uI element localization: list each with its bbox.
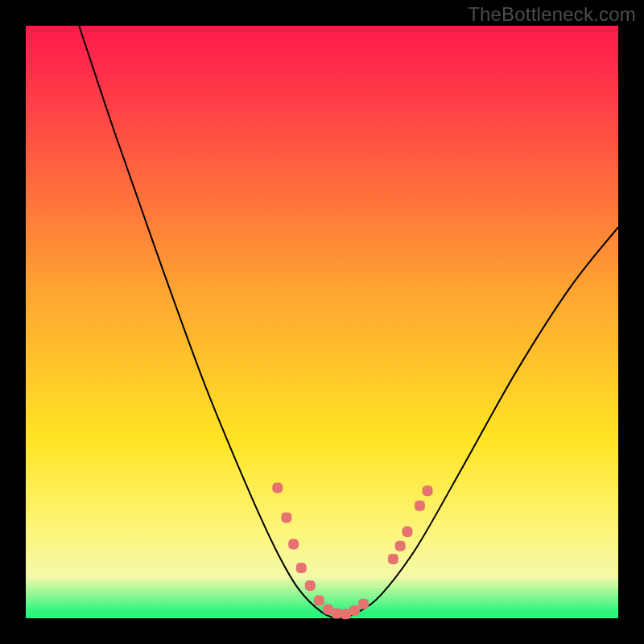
- curve-marker: [388, 554, 398, 564]
- plot-area: [26, 26, 618, 618]
- curve-marker: [305, 580, 316, 591]
- curve-marker: [314, 595, 324, 605]
- curve-marker: [272, 483, 283, 493]
- curve-marker: [281, 512, 291, 522]
- curve-marker: [423, 485, 433, 496]
- curve-marker: [415, 501, 425, 511]
- bottleneck-curve: [79, 26, 618, 618]
- marker-group: [272, 483, 432, 620]
- curve-svg: [26, 26, 618, 618]
- curve-marker: [402, 526, 412, 537]
- watermark-text: TheBottleneck.com: [468, 3, 636, 26]
- curve-marker: [395, 541, 406, 551]
- curve-marker: [296, 563, 307, 573]
- outer-frame: TheBottleneck.com: [0, 0, 644, 644]
- curve-marker: [288, 539, 299, 550]
- curve-marker: [358, 599, 369, 609]
- curve-marker: [349, 605, 360, 616]
